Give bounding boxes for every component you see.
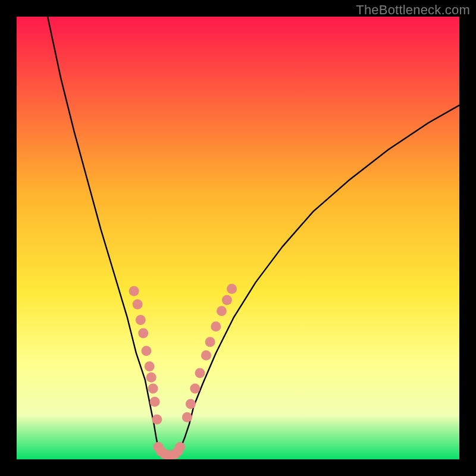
- scatter-dot: [150, 397, 160, 407]
- scatter-dot: [205, 337, 215, 347]
- scatter-dot: [182, 412, 192, 422]
- scatter-dot: [195, 368, 205, 378]
- scatter-dot: [146, 372, 156, 383]
- chart-root: TheBottleneck.com: [0, 0, 476, 476]
- scatter-dot: [211, 321, 221, 331]
- scatter-dot: [190, 383, 200, 393]
- scatter-dot: [148, 383, 158, 393]
- watermark-label: TheBottleneck.com: [356, 2, 470, 18]
- scatter-dot: [152, 415, 162, 425]
- scatter-dot: [201, 350, 211, 361]
- scatter-dot: [141, 346, 151, 356]
- scatter-dot: [133, 299, 143, 309]
- scatter-dot: [227, 284, 237, 294]
- plot-frame: [17, 17, 459, 459]
- scatter-dot: [175, 442, 185, 452]
- scatter-dot: [186, 399, 196, 409]
- scatter-dot: [222, 295, 232, 305]
- scatter-dot: [145, 361, 155, 371]
- scatter-dot: [129, 286, 139, 296]
- gradient-background: [17, 17, 459, 459]
- scatter-dot: [138, 328, 148, 338]
- scatter-dot: [136, 315, 146, 325]
- plot-svg: [17, 17, 459, 459]
- scatter-dot: [217, 306, 227, 316]
